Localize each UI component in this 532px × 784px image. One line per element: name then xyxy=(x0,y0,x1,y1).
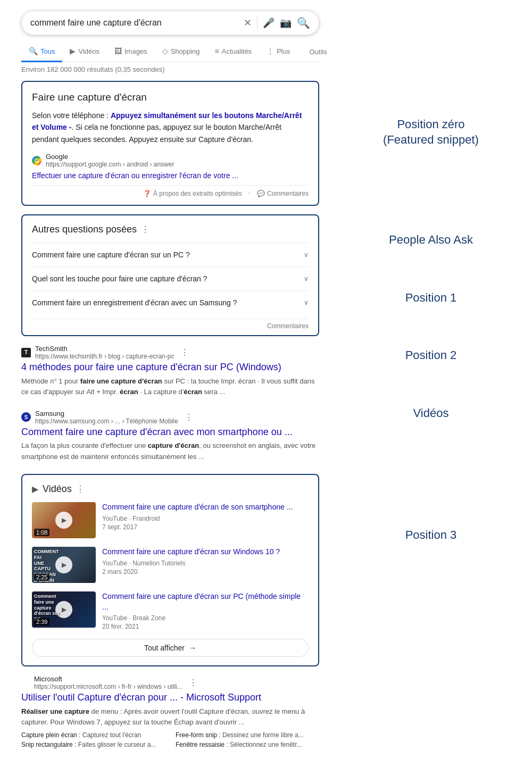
result-3-source-name: Microsoft xyxy=(34,675,182,683)
result-2-snippet: La façon la plus courante d'effectuer un… xyxy=(21,440,319,462)
snippet-footer-comments[interactable]: 💬 Commentaires xyxy=(257,190,309,197)
arrow-right-icon: → xyxy=(189,644,196,652)
videos-icon: ▶ xyxy=(32,484,38,494)
tab-videos[interactable]: ▶ Vidéos xyxy=(62,41,107,62)
tab-images[interactable]: 🖼 Images xyxy=(107,41,155,62)
paa-dots[interactable]: ⋮ xyxy=(141,224,149,235)
result-2-dots[interactable]: ⋮ xyxy=(185,412,193,422)
search-input[interactable]: comment faire une capture d'écran xyxy=(30,18,244,28)
tab-tous[interactable]: 🔍 Tous xyxy=(21,41,62,62)
annotation-paa: People Also Ask xyxy=(340,232,521,248)
pos1-spacer xyxy=(340,248,521,290)
snippet-body: Selon votre téléphone : Appuyez simultan… xyxy=(32,110,309,145)
videos-header: ▶ Vidéos ⋮ xyxy=(32,483,309,495)
paa-title: Autres questions posées xyxy=(32,224,137,235)
video-thumb-2[interactable]: COMMENTFAIUNECAPTUD'ECRAND'ORDIN ▶ 2:25 xyxy=(32,547,96,583)
pos2-spacer xyxy=(340,305,521,348)
video-3-date: 20 févr. 2021 xyxy=(102,623,309,630)
ms-feature-1: Capture plein écran : Capturez tout l'éc… xyxy=(21,731,165,739)
videos-dots[interactable]: ⋮ xyxy=(76,484,85,494)
snippet-footer: ❓ À propos des extraits optimisés • 💬 Co… xyxy=(32,185,309,197)
play-icon: ▶ xyxy=(55,512,72,529)
videos-box: ▶ Vidéos ⋮ ▶ 1:08 Comment faire une capt… xyxy=(21,474,319,666)
tab-shopping[interactable]: ◇ Shopping xyxy=(155,41,207,62)
result-2-source: S Samsung https://www.samsung.com › ... … xyxy=(21,410,319,425)
video-3-title[interactable]: Comment faire une capture d'écran sur PC… xyxy=(102,591,309,612)
result-1-source-name: TechSmith xyxy=(35,345,174,353)
video-item-3: Commentfaire unecaptured'écran surPC ▶ 2… xyxy=(32,591,309,630)
result-1-source-url: https://www.techsmith.fr › blog › captur… xyxy=(35,353,174,360)
snippet-source: G Google https://support.google.com › an… xyxy=(32,153,309,168)
result-position-1: T TechSmith https://www.techsmith.fr › b… xyxy=(21,345,319,397)
tab-videos-label: Vidéos xyxy=(78,47,99,55)
camera-icon[interactable]: 📷 xyxy=(280,17,292,29)
tous-icon: 🔍 xyxy=(29,47,38,55)
result-3-dots[interactable]: ⋮ xyxy=(189,678,197,688)
video-2-platform: YouTube · Numelion Tutoriels xyxy=(102,560,309,567)
video-3-duration: 2:39 xyxy=(34,618,49,625)
video-2-duration: 2:25 xyxy=(34,573,49,581)
images-tab-icon: 🖼 xyxy=(114,47,122,55)
result-3-title[interactable]: Utiliser l'outil Capture d'écran pour ..… xyxy=(21,691,319,704)
video-thumb-1[interactable]: ▶ 1:08 xyxy=(32,502,96,538)
video-2-title[interactable]: Comment faire une capture d'écran sur Wi… xyxy=(102,547,309,557)
video-1-duration: 1:08 xyxy=(34,529,49,536)
close-icon[interactable]: ✕ xyxy=(244,17,252,29)
google-favicon: G xyxy=(32,156,41,165)
result-2-title[interactable]: Comment faire une capture d'écran avec m… xyxy=(21,426,319,438)
video-3-info: Comment faire une capture d'écran sur PC… xyxy=(102,591,309,630)
result-1-dots[interactable]: ⋮ xyxy=(180,347,189,357)
snippet-link[interactable]: Effectuer une capture d'écran ou enregis… xyxy=(32,171,309,180)
tab-shopping-label: Shopping xyxy=(171,47,200,55)
paa-question-1[interactable]: Comment faire une capture d'écran sur un… xyxy=(32,243,309,266)
tout-afficher-button[interactable]: Tout afficher → xyxy=(32,639,309,657)
result-2-source-info: Samsung https://www.samsung.com › ... › … xyxy=(35,410,178,425)
video-1-platform: YouTube · Frandroid xyxy=(102,515,309,522)
result-3-source-url: https://support.microsoft.com › fr-fr › … xyxy=(34,683,182,690)
tab-plus[interactable]: ⋮ Plus xyxy=(259,41,297,62)
search-icon[interactable]: 🔍 xyxy=(297,16,310,29)
snippet-footer-about[interactable]: ❓ À propos des extraits optimisés xyxy=(143,190,242,197)
video-item-1: ▶ 1:08 Comment faire une capture d'écran… xyxy=(32,502,309,538)
result-position-2: S Samsung https://www.samsung.com › ... … xyxy=(21,410,319,462)
annotation-position1: Position 1 xyxy=(340,290,521,306)
featured-snippet: Faire une capture d'écran Selon votre té… xyxy=(21,81,319,206)
techsmith-favicon: T xyxy=(21,348,31,357)
video-thumb-3[interactable]: Commentfaire unecaptured'écran surPC ▶ 2… xyxy=(32,591,96,628)
paa-question-3-text: Comment faire un enregistrement d'écran … xyxy=(32,298,237,307)
tab-actualites[interactable]: ≡ Actualités xyxy=(207,41,260,62)
pos3-spacer xyxy=(340,421,521,528)
video-1-info: Comment faire une capture d'écran de son… xyxy=(102,502,309,531)
top-spacer xyxy=(340,11,521,117)
result-position-3: Microsoft https://support.microsoft.com … xyxy=(21,675,319,748)
search-bar[interactable]: comment faire une capture d'écran ✕ 🎤 📷 … xyxy=(21,11,319,35)
result-3-source-info: Microsoft https://support.microsoft.com … xyxy=(34,675,182,690)
video-1-date: 7 sept. 2017 xyxy=(102,523,309,531)
video-2-info: Comment faire une capture d'écran sur Wi… xyxy=(102,547,309,576)
result-1-snippet: Méthode n° 1 pour faire une capture d'éc… xyxy=(21,376,319,398)
tab-actualites-label: Actualités xyxy=(222,47,252,55)
result-1-source-info: TechSmith https://www.techsmith.fr › blo… xyxy=(35,345,174,360)
paa-question-1-text: Comment faire une capture d'écran sur un… xyxy=(32,251,190,259)
nav-tabs: 🔍 Tous ▶ Vidéos 🖼 Images ◇ Shopping ≡ Ac… xyxy=(21,41,319,62)
ms-feature-4: Fenêtre ressaisie : Sélectionnez une fen… xyxy=(176,741,319,748)
video-item-2: COMMENTFAIUNECAPTUD'ECRAND'ORDIN ▶ 2:25 … xyxy=(32,547,309,583)
result-1-title[interactable]: 4 méthodes pour faire une capture d'écra… xyxy=(21,361,319,373)
mic-icon[interactable]: 🎤 xyxy=(263,17,275,29)
annotation-videos: Vidéos xyxy=(340,406,521,421)
annotation-column: Position zéro(Featured snippet) People A… xyxy=(330,11,532,760)
paa-question-2[interactable]: Quel sont les touche pour faire une capt… xyxy=(32,266,309,290)
paa-header: Autres questions posées ⋮ xyxy=(32,224,309,235)
video-tab-icon: ▶ xyxy=(70,47,76,55)
annotation-position3: Position 3 xyxy=(340,528,521,543)
snippet-footer-comments-text: Commentaires xyxy=(267,190,309,197)
paa-question-3[interactable]: Comment faire un enregistrement d'écran … xyxy=(32,290,309,314)
snippet-title: Faire une capture d'écran xyxy=(32,91,309,103)
result-3-snippet: Réaliser une capture de menu : Après avo… xyxy=(21,706,319,728)
tab-images-label: Images xyxy=(124,47,147,55)
video-1-title[interactable]: Comment faire une capture d'écran de son… xyxy=(102,502,309,513)
snippet-source-name: Google xyxy=(46,153,174,161)
tab-tous-label: Tous xyxy=(40,47,55,55)
ms-feature-3: Snip rectangulaire : Faites glisser le c… xyxy=(21,741,165,748)
paa-footer[interactable]: Commentaires xyxy=(32,319,309,330)
